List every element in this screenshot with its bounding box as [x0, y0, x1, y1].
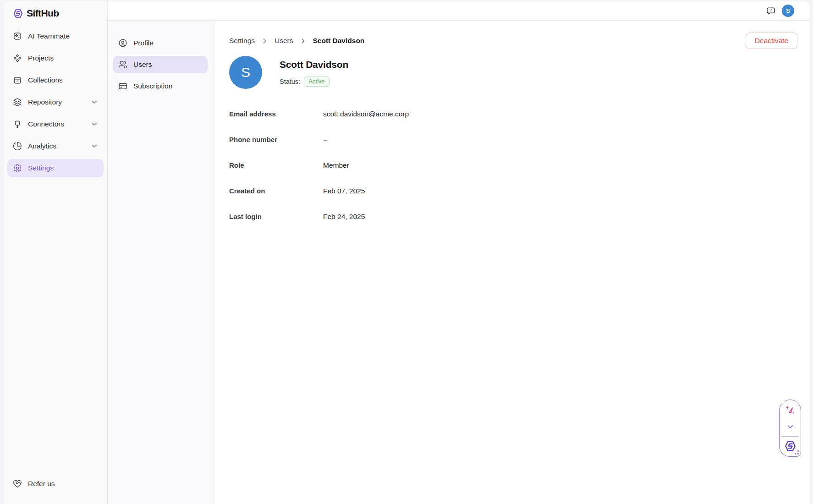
refer-us-label: Refer us — [28, 480, 55, 488]
credit-card-icon — [118, 82, 127, 91]
assistant-collapse-button[interactable] — [786, 416, 795, 431]
connectors-icon — [13, 120, 22, 129]
sidebar-item-label: Collections — [28, 76, 63, 84]
sidebar-item-label: Repository — [28, 98, 62, 106]
resize-grip-dots — [794, 450, 799, 455]
chevron-right-icon — [299, 37, 307, 45]
repository-icon — [13, 98, 22, 107]
subnav-item-users[interactable]: Users — [113, 56, 208, 73]
field-label: Phone number — [229, 136, 323, 144]
breadcrumb: Settings Users Scott Davidson — [229, 37, 364, 45]
sidebar-item-ai-teammate[interactable]: AI Teammate — [7, 27, 104, 45]
field-value-last-login: Feb 24, 2025 — [323, 213, 365, 221]
status-label: Status: — [280, 78, 300, 85]
user-fields: Email address scott.davidson@acme.corp P… — [229, 110, 797, 221]
brand-logo: SiftHub — [4, 1, 107, 21]
field-row-last-login: Last login Feb 24, 2025 — [229, 213, 797, 221]
right-column: ? S Profile — [108, 1, 809, 504]
chevron-down-icon — [91, 121, 98, 128]
sidebar-footer: Refer us — [7, 475, 104, 497]
field-value-created-on: Feb 07, 2025 — [323, 187, 365, 195]
chevron-down-icon — [786, 422, 795, 431]
chevron-right-icon — [261, 37, 269, 45]
settings-subnav: Profile Users — [108, 21, 214, 504]
sifthub-logo-icon — [13, 8, 23, 19]
profile-avatar-initial: S — [241, 65, 250, 80]
subnav-item-label: Profile — [133, 39, 154, 47]
sidebar-item-label: Projects — [28, 54, 54, 62]
field-label: Created on — [229, 187, 323, 195]
sidebar-item-settings[interactable]: Settings — [7, 159, 104, 177]
field-label: Last login — [229, 213, 323, 221]
field-value-email: scott.davidson@acme.corp — [323, 110, 409, 118]
deactivate-button[interactable]: Deactivate — [746, 33, 797, 49]
assistant-wand-button[interactable] — [785, 405, 796, 416]
status-badge: Active — [304, 77, 329, 87]
user-circle-icon — [118, 38, 127, 48]
projects-icon — [13, 54, 22, 63]
field-row-phone: Phone number – — [229, 136, 797, 144]
sidebar-item-connectors[interactable]: Connectors — [7, 115, 104, 133]
chevron-down-icon — [91, 99, 98, 106]
subnav-item-label: Subscription — [133, 82, 172, 90]
subnav-item-subscription[interactable]: Subscription — [113, 77, 208, 95]
sidebar-item-label: AI Teammate — [28, 32, 70, 40]
assistant-widget — [779, 400, 801, 457]
primary-nav: AI Teammate Projects Collections — [4, 21, 107, 181]
analytics-icon — [13, 142, 22, 151]
field-value-role: Member — [323, 161, 349, 170]
sidebar-item-collections[interactable]: Collections — [7, 71, 104, 89]
page-header: Settings Users Scott Davidson Deactivate — [229, 33, 797, 49]
sidebar-item-repository[interactable]: Repository — [7, 93, 104, 111]
settings-gear-icon — [13, 164, 22, 173]
app-window: SiftHub AI Teammate Projects — [4, 1, 809, 504]
primary-sidebar: SiftHub AI Teammate Projects — [4, 1, 108, 504]
user-name: Scott Davidson — [280, 59, 348, 70]
topbar: ? S — [108, 1, 809, 21]
refer-us-button[interactable]: Refer us — [7, 475, 104, 493]
heart-handshake-icon — [13, 479, 22, 488]
collections-icon — [13, 76, 22, 85]
field-row-role: Role Member — [229, 161, 797, 170]
sidebar-item-label: Settings — [28, 164, 54, 172]
chevron-down-icon — [91, 142, 98, 150]
user-detail-page: Settings Users Scott Davidson Deactivate… — [214, 21, 809, 504]
breadcrumb-users[interactable]: Users — [275, 37, 293, 45]
wand-sparkles-icon — [785, 405, 796, 416]
profile-avatar: S — [229, 56, 262, 89]
help-bubble-icon: ? — [765, 5, 776, 16]
brand-name: SiftHub — [27, 8, 59, 19]
field-label: Role — [229, 161, 323, 170]
sidebar-item-analytics[interactable]: Analytics — [7, 137, 104, 155]
field-value-phone: – — [323, 136, 327, 144]
field-row-email: Email address scott.davidson@acme.corp — [229, 110, 797, 118]
breadcrumb-settings[interactable]: Settings — [229, 37, 255, 45]
help-button[interactable]: ? — [765, 5, 776, 16]
user-avatar[interactable]: S — [782, 5, 794, 17]
breadcrumb-current-user: Scott Davidson — [313, 37, 365, 45]
sidebar-item-projects[interactable]: Projects — [7, 49, 104, 67]
ai-teammate-icon — [13, 32, 22, 41]
field-label: Email address — [229, 110, 323, 118]
profile-meta: Scott Davidson Status: Active — [280, 56, 348, 89]
profile-header: S Scott Davidson Status: Active — [229, 56, 797, 89]
field-row-created-on: Created on Feb 07, 2025 — [229, 187, 797, 195]
users-icon — [118, 60, 127, 69]
sidebar-item-label: Connectors — [28, 120, 64, 128]
sidebar-item-label: Analytics — [28, 142, 56, 150]
avatar-initial: S — [786, 7, 790, 14]
status-row: Status: Active — [280, 77, 348, 87]
subnav-item-profile[interactable]: Profile — [113, 34, 208, 52]
content-row: Profile Users — [108, 21, 809, 504]
subnav-item-label: Users — [133, 60, 152, 69]
svg-text:?: ? — [769, 8, 772, 12]
